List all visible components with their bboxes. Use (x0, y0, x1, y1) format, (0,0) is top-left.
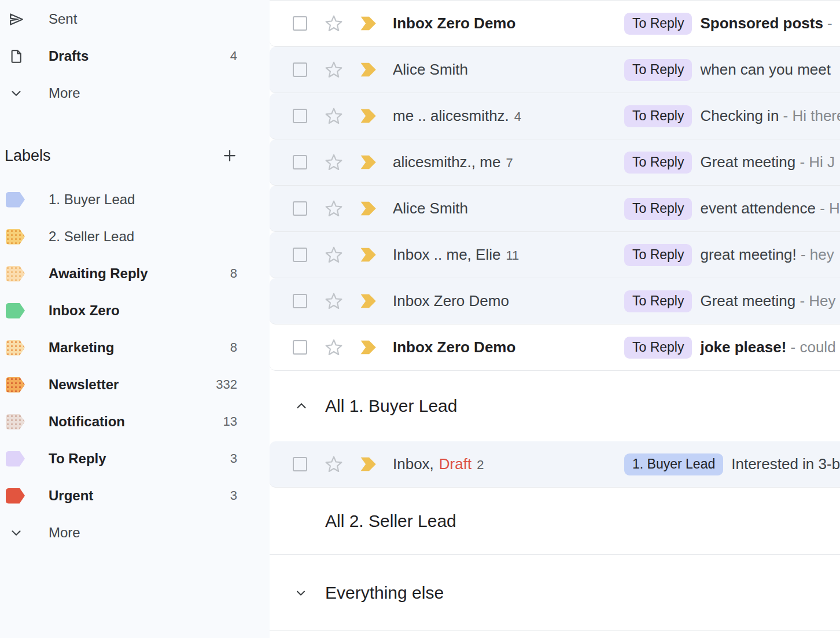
label-badge: To Reply (624, 59, 692, 81)
sidebar-label-item[interactable]: Urgent 3 (0, 477, 270, 514)
labels-title: Labels (5, 147, 51, 165)
sidebar-label-item[interactable]: 1. Buyer Lead (0, 181, 270, 218)
importance-marker-icon[interactable] (359, 339, 379, 356)
sidebar-label-item[interactable]: Newsletter 332 (0, 366, 270, 403)
star-icon[interactable] (325, 455, 343, 474)
star-icon[interactable] (325, 107, 343, 126)
labels-header: Labels (0, 137, 270, 174)
subject-line: Great meeting - Hi J (700, 153, 840, 171)
sidebar-nav: Sent Drafts 4 More (0, 1, 270, 112)
label-count: 3 (230, 451, 237, 466)
sidebar-item-sent[interactable]: Sent (0, 1, 270, 38)
label-count: 13 (223, 414, 237, 429)
thread-count: 4 (514, 109, 521, 124)
section-seller-lead[interactable]: All 2. Seller Lead (270, 488, 840, 555)
importance-marker-icon[interactable] (359, 456, 379, 473)
sidebar-item-label: Sent (49, 11, 77, 27)
label-tag-icon (6, 451, 25, 467)
importance-marker-icon[interactable] (359, 15, 379, 32)
sender-name: Inbox Zero Demo (393, 338, 515, 356)
chevron-down-icon (7, 525, 25, 540)
importance-marker-icon[interactable] (359, 108, 379, 124)
star-icon[interactable] (325, 200, 343, 218)
label-count: 332 (216, 377, 237, 392)
star-icon[interactable] (325, 14, 343, 33)
email-row[interactable]: Alice Smith To Reply when can you meet (270, 47, 840, 93)
label-count: 8 (230, 266, 237, 281)
subject: Checking in (700, 107, 779, 124)
sidebar-label-item[interactable]: Notification 13 (0, 403, 270, 440)
thread-count: 7 (506, 156, 513, 171)
sidebar-item-more-labels[interactable]: More (0, 514, 270, 551)
star-icon[interactable] (325, 153, 343, 172)
section-everything-else[interactable]: Everything else (270, 555, 840, 631)
chevron-down-icon[interactable] (294, 586, 309, 600)
star-icon[interactable] (325, 246, 343, 264)
label-count: 3 (230, 488, 237, 503)
snippet-separator: - (816, 200, 829, 217)
email-row[interactable]: alicesmithz., me 7 To Reply Great meetin… (270, 139, 840, 186)
sidebar-label-item[interactable]: To Reply 3 (0, 440, 270, 477)
gmail-app: Sent Drafts 4 More Labels 1. Buyer Lead … (0, 0, 840, 638)
subject-line: great meeting! - hey (700, 246, 840, 264)
label-tag-icon (6, 340, 25, 356)
chevron-down-icon (7, 86, 25, 101)
sidebar-item-count: 4 (230, 49, 237, 64)
star-icon[interactable] (325, 61, 343, 79)
chevron-up-icon[interactable] (294, 399, 309, 414)
subject: when can you meet (700, 61, 830, 78)
subject-line: joke please! - could (700, 338, 840, 356)
label-badge: 1. Buyer Lead (624, 453, 723, 475)
sidebar-item-more[interactable]: More (0, 75, 270, 112)
select-checkbox[interactable] (293, 294, 307, 308)
subject-line: event attendence - Hi (700, 200, 840, 217)
subject-line: Interested in 3-b (731, 455, 840, 473)
select-checkbox[interactable] (293, 457, 307, 471)
email-row[interactable]: Inbox .. me, Elie 11 To Reply great meet… (270, 232, 840, 278)
email-row[interactable]: Inbox Zero Demo To Reply joke please! - … (270, 324, 840, 371)
snippet-separator: - (779, 107, 792, 124)
snippet-separator: - (797, 246, 810, 263)
sidebar-label-item[interactable]: Inbox Zero (0, 292, 270, 329)
sidebar-item-drafts[interactable]: Drafts 4 (0, 38, 270, 75)
select-checkbox[interactable] (293, 62, 307, 77)
sidebar-label-item[interactable]: Marketing 8 (0, 329, 270, 366)
select-checkbox[interactable] (293, 16, 307, 31)
snippet: hey (810, 246, 834, 263)
select-checkbox[interactable] (293, 155, 307, 169)
sidebar-label-item[interactable]: Awaiting Reply 8 (0, 255, 270, 292)
sidebar-item-label: More (49, 525, 80, 541)
select-checkbox[interactable] (293, 248, 307, 262)
email-row[interactable]: Alice Smith To Reply event attendence - … (270, 186, 840, 232)
importance-marker-icon[interactable] (359, 154, 379, 171)
label-name: Urgent (49, 488, 93, 504)
select-checkbox[interactable] (293, 340, 307, 355)
importance-marker-icon[interactable] (359, 61, 379, 78)
snippet: Hi J (809, 153, 835, 171)
sender-name: Inbox Zero Demo (393, 292, 509, 310)
email-row[interactable]: Inbox Zero Demo To Reply Great meeting -… (270, 278, 840, 324)
importance-marker-icon[interactable] (359, 246, 379, 263)
sender: Inbox, Draft 2 (393, 455, 624, 473)
subject: Great meeting (700, 153, 795, 171)
subject-line: Checking in - Hi there (700, 107, 840, 125)
subject-line: when can you meet (700, 61, 840, 79)
importance-marker-icon[interactable] (359, 293, 379, 309)
star-icon[interactable] (325, 292, 343, 311)
section-buyer-lead[interactable]: All 1. Buyer Lead (270, 371, 840, 441)
email-row[interactable]: Inbox Zero Demo To Reply Sponsored posts… (270, 1, 840, 47)
thread-count: 2 (477, 458, 484, 473)
sidebar-label-item[interactable]: 2. Seller Lead (0, 218, 270, 255)
label-name: Newsletter (49, 377, 119, 393)
sender: alicesmithz., me 7 (393, 153, 624, 171)
select-checkbox[interactable] (293, 109, 307, 123)
to-reply-rows: Inbox Zero Demo To Reply Sponsored posts… (270, 1, 840, 371)
sidebar: Sent Drafts 4 More Labels 1. Buyer Lead … (0, 0, 270, 638)
email-row[interactable]: Inbox, Draft 2 1. Buyer Lead Interested … (270, 441, 840, 488)
create-label-button[interactable] (221, 147, 238, 164)
importance-marker-icon[interactable] (359, 200, 379, 217)
star-icon[interactable] (325, 338, 343, 357)
email-row[interactable]: me .. alicesmithz. 4 To Reply Checking i… (270, 93, 840, 139)
sender: Inbox Zero Demo (393, 292, 624, 310)
select-checkbox[interactable] (293, 201, 307, 216)
